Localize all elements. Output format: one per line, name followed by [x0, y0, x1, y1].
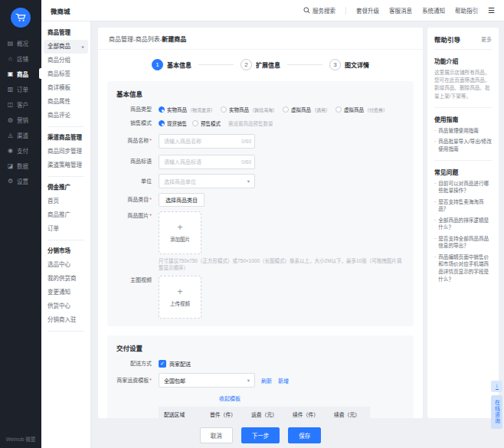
- sidebar-item-distributor-join[interactable]: 分销商入驻: [41, 313, 90, 327]
- next-step-button[interactable]: 下一步: [241, 427, 280, 443]
- product-name-label: 商品名称*: [116, 136, 152, 146]
- help-guide-title: 帮助引导: [434, 34, 460, 44]
- radio-virtual-coupon[interactable]: 虚拟商品（付费券）: [335, 106, 388, 113]
- nav-item-payment[interactable]: ◉支付: [0, 142, 41, 158]
- sidebar-item-channel-strategy[interactable]: 渠道策略管理: [41, 159, 90, 172]
- sidebar-item-change-notice[interactable]: 变更通知: [41, 286, 90, 299]
- radio-icon: [159, 120, 165, 126]
- sidebar-item-my-suppliers[interactable]: 我的供货商: [41, 272, 90, 286]
- search-icon: [303, 7, 310, 14]
- sidebar-item-supply-center[interactable]: 供货中心: [41, 299, 90, 313]
- nav-item-overview[interactable]: ▤概况: [0, 35, 41, 51]
- upload-video-upload[interactable]: + 上传视频: [159, 276, 201, 319]
- nav-item-marketing[interactable]: ◍营销: [0, 112, 41, 127]
- merchant-delivery-label: 商家配送: [169, 360, 191, 368]
- radio-icon: [192, 120, 198, 126]
- faq-link-export[interactable]: 是否支持全部商品商品信息的导出？: [434, 235, 492, 250]
- delivery-settings-title: 交付设置: [116, 343, 404, 352]
- nav-item-customer[interactable]: ◫客户: [0, 96, 41, 112]
- help-more-link[interactable]: 更多: [481, 35, 492, 43]
- chevron-down-icon: ▾: [247, 378, 250, 384]
- submenu-arrow-icon: ▸: [82, 40, 84, 54]
- sidebar-item-promo-home[interactable]: 首页: [41, 195, 90, 208]
- radio-presale[interactable]: 预售模式: [192, 119, 221, 127]
- radio-physical-crossborder[interactable]: 实物商品（跨境海淘）: [221, 106, 277, 113]
- nav-item-label: 数据: [17, 162, 28, 170]
- product-slogan-label: 商品标语: [116, 157, 152, 166]
- nav-item-data[interactable]: ◪数据: [0, 158, 41, 173]
- freight-template-value: 全国包邮: [164, 377, 185, 384]
- nav-item-settings[interactable]: ⚙设置: [0, 173, 41, 188]
- product-name-input[interactable]: [159, 134, 255, 149]
- step-number: 1: [152, 59, 163, 70]
- step-basic-info[interactable]: 1 基本信息: [152, 59, 191, 70]
- menu-item-help-guide[interactable]: 帮助指引: [455, 6, 478, 15]
- help-guide-panel: 帮助引导 更多 功能介绍 这里展示店铺所有商品，您可在此页面筛选商品、新增商品、…: [427, 28, 499, 418]
- sidebar-item-promo-orders[interactable]: 订单: [41, 222, 90, 236]
- collapse-download-button[interactable]: ↓: [491, 381, 502, 392]
- service-search[interactable]: 服务搜索: [303, 6, 335, 15]
- radio-icon: [221, 106, 227, 113]
- sidebar-item-product-groups[interactable]: 商品分组: [41, 54, 90, 67]
- faq-link-price-fields[interactable]: 商品编辑页面中销售价和市场价对应手机端商品详情页显示的字段是什么？: [434, 253, 492, 283]
- sidebar-item-detail-template[interactable]: 商详模板: [41, 81, 90, 95]
- faq-title: 常见问题: [434, 168, 492, 176]
- product-type-label: 商品类型: [116, 105, 152, 114]
- refresh-link[interactable]: 刷新: [261, 377, 272, 384]
- topbar-divider: [345, 7, 346, 15]
- add-image-upload[interactable]: + 添加图片: [159, 211, 201, 254]
- sidebar-divider: [47, 176, 84, 177]
- nav-item-order[interactable]: ▥订单: [0, 81, 41, 96]
- merchant-delivery-checkbox[interactable]: ✓: [159, 360, 166, 368]
- freight-template-select[interactable]: 全国包邮 ▾: [159, 373, 255, 388]
- step-detail-page[interactable]: 3 图文详情: [329, 59, 369, 70]
- sidebar-item-all-products[interactable]: 全部商品▸: [44, 40, 88, 54]
- app-title: 微商城: [51, 6, 70, 15]
- product-slogan-input[interactable]: [159, 155, 255, 169]
- image-size-hint: 尺寸建议750x750（正方形模式）或750×1000（长图模式）像素以上，大小…: [159, 257, 404, 271]
- payment-icon: ◉: [7, 147, 14, 154]
- sidebar-item-product-tags[interactable]: 商品标签: [41, 67, 90, 81]
- radio-in-stock[interactable]: 现货销售: [159, 119, 187, 127]
- nav-item-label: 客户: [17, 100, 28, 109]
- menu-item-service-messages[interactable]: 客服消息: [389, 6, 412, 15]
- delivery-settings-panel: 交付设置 配送方式 ✓ 商家配送 商家运费模板* 全国包邮 ▾ 刷新 新增: [107, 335, 414, 418]
- sidebar-item-selection-center[interactable]: 选品中心: [41, 258, 90, 272]
- sidebar-item-product-sync[interactable]: 商品同步管理: [41, 145, 90, 159]
- weimob-brand-footer: Weimob 微盟: [0, 435, 41, 443]
- guide-link-batch-import[interactable]: 商品批量导入/导出/修改使用指南: [434, 138, 492, 152]
- primary-nav-rail: ▤概况 ⌂店铺 ▣商品 ▥订单 ◫客户 ◍营销 ◬渠道 ◉支付 ◪数据 ⚙设置 …: [0, 0, 41, 448]
- cancel-button[interactable]: 取消: [200, 427, 233, 443]
- nav-item-product[interactable]: ▣商品: [0, 66, 41, 81]
- add-template-link[interactable]: 新增: [278, 377, 289, 384]
- menu-item-upgrade[interactable]: 套餐升级: [356, 6, 379, 15]
- nav-item-shop[interactable]: ⌂店铺: [0, 51, 41, 66]
- hamburger-menu-icon[interactable]: ☰: [488, 6, 495, 15]
- faq-link-crossborder[interactable]: 是否支持售卖海淘商品？: [434, 198, 492, 213]
- radio-icon: [159, 106, 165, 113]
- save-button[interactable]: 保存: [288, 427, 321, 443]
- sidebar-item-product-comments[interactable]: 商品评论: [41, 109, 90, 123]
- breadcrumb: 商品管理-商品列表-新建商品: [98, 28, 423, 50]
- guide-link-product-mgmt[interactable]: 商品管理使用指南: [434, 127, 492, 135]
- choose-category-button[interactable]: 选择商品类目: [159, 193, 205, 207]
- nav-item-channel[interactable]: ◬渠道: [0, 127, 41, 142]
- form-footer-actions: 取消 下一步 保存: [98, 427, 423, 443]
- help-divider: [434, 107, 492, 108]
- radio-virtual-general[interactable]: 虚拟商品（通用）: [283, 106, 330, 113]
- step-extended-info[interactable]: 2 扩展信息: [241, 59, 280, 70]
- sidebar-item-product-attrs[interactable]: 商品属性: [41, 95, 90, 109]
- cart-logo-icon: [15, 13, 26, 22]
- collapse-template-link[interactable]: 收起模板: [219, 396, 241, 401]
- freight-template-label: 商家运费模板*: [116, 376, 152, 385]
- online-consult-button[interactable]: 在线咨询: [491, 395, 502, 429]
- faq-link-batch-ops[interactable]: 目前可以对商品进行哪些批量操作？: [434, 180, 492, 195]
- faq-link-sort-logic[interactable]: 全部商品的排序逻辑是什么？: [434, 217, 492, 231]
- unit-select[interactable]: 选择商品单位 ▾: [159, 174, 255, 188]
- col-additional-fee: 续费（元）: [329, 407, 370, 418]
- product-sidebar: 商品管理 全部商品▸ 商品分组 商品标签 商详模板 商品属性 商品评论 渠道商品…: [41, 21, 91, 448]
- menu-item-system-notice[interactable]: 系统通知: [422, 6, 445, 15]
- sidebar-item-product-promo[interactable]: 商品推广: [41, 208, 90, 222]
- radio-physical-logistics[interactable]: 实物商品（物流发货）: [159, 106, 215, 113]
- feature-intro-title: 功能介绍: [434, 57, 492, 65]
